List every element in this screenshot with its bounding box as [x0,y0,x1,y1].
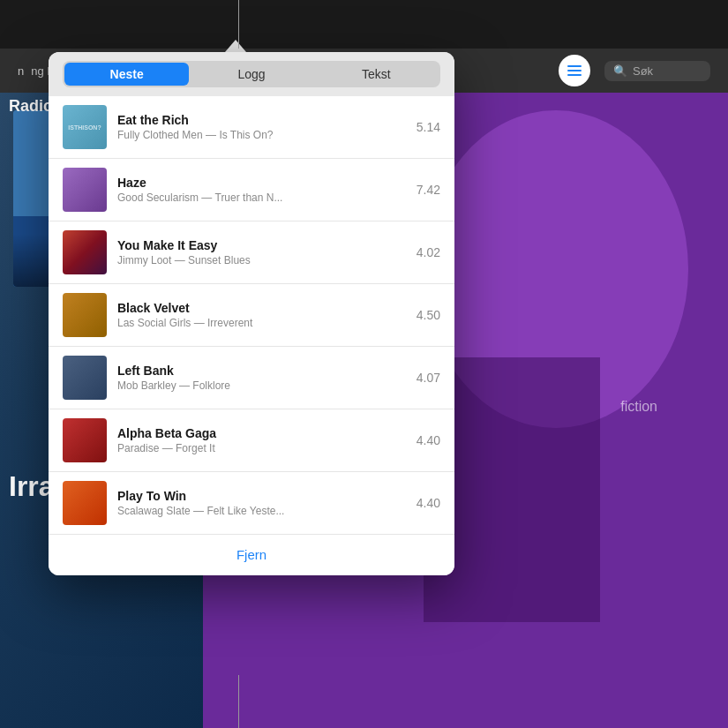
track-info: Left Bank Mob Barkley — Folklore [117,364,399,392]
track-item[interactable]: Left Bank Mob Barkley — Folklore 4.07 [49,347,454,409]
track-art [63,230,107,274]
track-subtitle: Paradise — Forget It [117,442,399,454]
track-item[interactable]: Alpha Beta Gaga Paradise — Forget It 4.4… [49,409,454,472]
track-subtitle: Mob Barkley — Folklore [117,379,399,392]
radio-label: Radic [9,97,52,116]
bottom-indicator-line [238,675,239,728]
track-duration: 5.14 [409,120,440,134]
segment-control: Neste Logg Tekst [63,61,440,87]
popup-header: Neste Logg Tekst [49,52,454,96]
track-title: Play To Win [117,489,399,503]
queue-line-1 [567,65,582,67]
search-box[interactable]: 🔍 Søk [604,61,710,81]
queue-popup: Neste Logg Tekst ISTHISON? Eat the Rich … [49,40,454,575]
track-title: Alpha Beta Gaga [117,426,399,440]
track-duration: 4.40 [409,496,440,510]
track-art [63,293,107,337]
track-subtitle: Jimmy Loot — Sunset Blues [117,254,399,266]
track-duration: 4.50 [409,308,440,322]
queue-button[interactable] [559,55,590,86]
track-subtitle: Las Social Girls — Irreverent [117,317,399,329]
queue-line-2 [567,70,582,71]
track-info: Black Velvet Las Social Girls — Irrevere… [117,301,399,329]
track-duration: 4.40 [409,433,440,447]
track-art [63,418,107,462]
art-label: ISTHISON? [68,124,101,131]
track-list: ISTHISON? Eat the Rich Fully Clothed Men… [49,96,454,534]
queue-icon [567,65,582,76]
top-indicator-line [238,0,239,49]
track-title: Eat the Rich [117,113,399,127]
tab-tekst[interactable]: Tekst [314,63,439,86]
track-item[interactable]: Black Velvet Las Social Girls — Irrevere… [49,284,454,347]
track-item[interactable]: Play To Win Scalawag Slate — Felt Like Y… [49,472,454,534]
search-placeholder: Søk [633,64,653,78]
track-subtitle: Fully Clothed Men — Is This On? [117,129,399,141]
track-duration: 4.02 [409,245,440,259]
popup-panel: Neste Logg Tekst ISTHISON? Eat the Rich … [49,52,454,575]
track-info: Haze Good Secularism — Truer than N... [117,176,399,204]
track-art: ISTHISON? [63,105,107,149]
track-subtitle: Good Secularism — Truer than N... [117,191,399,204]
topbar-title: n [18,64,24,78]
bg-irra-text: Irra [9,470,55,503]
fjern-row: Fjern [49,534,454,575]
fjern-button[interactable]: Fjern [236,547,266,562]
track-title: Haze [117,176,399,190]
tab-logg[interactable]: Logg [189,63,313,86]
track-title: You Make It Easy [117,238,399,252]
track-info: Alpha Beta Gaga Paradise — Forget It [117,426,399,454]
bg-fiction-text: fiction [620,399,657,415]
track-art [63,356,107,400]
queue-line-3 [567,74,582,76]
search-icon: 🔍 [613,64,627,78]
track-art [63,168,107,212]
track-item[interactable]: Haze Good Secularism — Truer than N... 7… [49,159,454,221]
track-info: Eat the Rich Fully Clothed Men — Is This… [117,113,399,141]
track-item[interactable]: You Make It Easy Jimmy Loot — Sunset Blu… [49,221,454,284]
track-info: You Make It Easy Jimmy Loot — Sunset Blu… [117,238,399,266]
track-item[interactable]: ISTHISON? Eat the Rich Fully Clothed Men… [49,96,454,159]
track-duration: 4.07 [409,371,440,385]
tab-neste[interactable]: Neste [64,63,189,86]
track-title: Left Bank [117,364,399,378]
track-info: Play To Win Scalawag Slate — Felt Like Y… [117,489,399,517]
popup-arrow [225,40,246,52]
track-art [63,481,107,525]
track-title: Black Velvet [117,301,399,315]
track-duration: 7.42 [409,183,440,197]
track-subtitle: Scalawag Slate — Felt Like Yeste... [117,505,399,517]
